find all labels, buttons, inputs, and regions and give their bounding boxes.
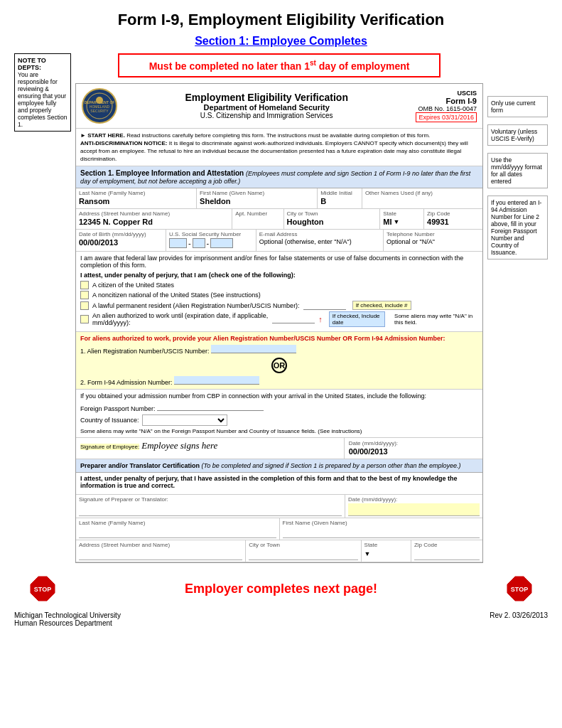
- apt-field: Apt. Number: [232, 209, 283, 229]
- dob-field: Date of Birth (mm/dd/yyyy) 00/00/2013: [76, 230, 166, 251]
- form-container: DEPARTMENT OF HOMELAND SECURITY Employme…: [75, 83, 483, 564]
- section1-title: Section 1. Employee Information and Atte…: [80, 169, 244, 177]
- note-to-depts-box: NOTE TO DEPTS: You are responsible for r…: [14, 53, 71, 132]
- email-field: E-mail Address Optional (otherwise, ente…: [256, 230, 384, 251]
- preparer-state-dropdown-icon[interactable]: ▼: [364, 550, 371, 557]
- footer: Michigan Technological University Human …: [14, 609, 548, 630]
- zip-value: 49931: [427, 218, 480, 226]
- passport-label: Foreign Passport Number:: [80, 405, 156, 412]
- arrow-up-icon: ↑: [318, 315, 323, 323]
- ssn-boxes: - -: [169, 238, 233, 248]
- first-name-label: First Name (Given Name): [200, 190, 314, 196]
- preparer-first-field: First Name (Given Name): [280, 518, 483, 540]
- zip-field: Zip Code 49931: [424, 209, 482, 229]
- preparer-sig-field: Signature of Preparer or Translator:: [76, 495, 345, 518]
- preparer-sig-row: Signature of Preparer or Translator: Dat…: [76, 495, 482, 518]
- form-header-text: Employment Eligibility Verification Depa…: [123, 92, 410, 119]
- preparer-name-row: Last Name (Family Name) First Name (Give…: [76, 518, 482, 540]
- svg-point-5: [96, 97, 103, 104]
- i94-detail-section: If you obtained your admission number fr…: [76, 390, 482, 438]
- city-field: City or Town Houghton: [284, 209, 381, 229]
- i94-intro-text: If you obtained your admission number fr…: [80, 392, 478, 400]
- bottom-bar: STOP Employer completes next page! STOP: [14, 569, 548, 609]
- anti-disc-label: ANTI-DISCRIMINATION NOTICE:: [80, 140, 168, 146]
- signature-row: Signature of Employee: Employee signs he…: [76, 438, 482, 459]
- lpr-checkbox-row: A lawful permanent resident (Alien Regis…: [80, 301, 478, 310]
- apt-label: Apt. Number: [235, 210, 280, 217]
- i94-input[interactable]: [174, 376, 259, 385]
- preparer-zip-input[interactable]: [414, 549, 480, 560]
- alien-reg-input[interactable]: [211, 345, 296, 353]
- preparer-city-input[interactable]: [249, 549, 357, 560]
- start-text: Read instructions carefully before compl…: [126, 132, 430, 139]
- sig-field: Signature of Employee: Employee signs he…: [76, 438, 345, 459]
- preparer-last-input[interactable]: [79, 527, 276, 538]
- first-name-value: Sheldon: [200, 197, 314, 205]
- address-field: Address (Street Number and Name) 12345 N…: [76, 209, 232, 229]
- address-value: 12345 N. Copper Rd: [79, 218, 229, 226]
- if-checked-number: If checked, include #: [352, 301, 411, 310]
- citizen-checkbox[interactable]: [80, 281, 89, 289]
- svg-text:STOP: STOP: [511, 586, 528, 593]
- middle-initial-value: B: [320, 197, 359, 205]
- dob-ssn-row: Date of Birth (mm/dd/yyyy) 00/00/2013 U.…: [76, 230, 482, 252]
- ssn-box-3: [210, 238, 233, 248]
- alien-section-label: For aliens authorized to work, provide y…: [80, 335, 445, 342]
- uscis-seal-icon: DEPARTMENT OF HOMELAND SECURITY: [82, 88, 117, 124]
- last-name-value: Ransom: [79, 197, 193, 205]
- start-here-label: ► START HERE.: [80, 132, 125, 139]
- preparer-state-label: State: [364, 542, 408, 548]
- attest-title: I attest, under penalty of perjury, that…: [80, 272, 478, 279]
- stop-sign-right-icon: STOP: [505, 574, 534, 603]
- preparer-date-label: Date (mm/dd/yyyy):: [348, 496, 480, 503]
- name-row: Last Name (Family Name) Ransom First Nam…: [76, 188, 482, 209]
- section-heading: Section 1: Employee Completes: [14, 35, 548, 48]
- aware-text: I am aware that federal law provides for…: [80, 255, 478, 269]
- dob-label: Date of Birth (mm/dd/yyyy): [79, 231, 163, 237]
- preparer-title: Preparer and/or Translator Certification: [80, 462, 200, 469]
- address-label: Address (Street Number and Name): [79, 210, 229, 217]
- alien-reg-label: 1. Alien Registration Number/USCIS Numbe…: [80, 348, 210, 355]
- ssn-field: U.S. Social Security Number - -: [166, 230, 256, 251]
- if-checked-date: If checked, Include date: [329, 311, 385, 327]
- preparer-last-label: Last Name (Family Name): [79, 520, 276, 526]
- lpr-checkbox[interactable]: [80, 301, 89, 310]
- uscis-info: USCIS Form I-9 OMB No. 1615-0047 Expires…: [416, 90, 477, 122]
- preparer-attest-text: I attest, under penalty of perjury, that…: [80, 475, 478, 489]
- i94-info-box: If you entered an I-94 Admission Number …: [487, 196, 548, 259]
- form-agency: U.S. Citizenship and Immigration Service…: [123, 112, 410, 119]
- country-select[interactable]: [142, 414, 227, 426]
- city-value: Houghton: [287, 218, 377, 226]
- alien-auth-label: An alien authorized to work until (expir…: [92, 312, 269, 326]
- passport-input[interactable]: [157, 402, 264, 411]
- form-header: DEPARTMENT OF HOMELAND SECURITY Employme…: [76, 84, 482, 129]
- city-label: City or Town: [287, 210, 377, 217]
- footer-right: Rev 2. 03/26/2013: [490, 611, 548, 627]
- preparer-address-field: Address (Street Number and Name): [76, 540, 246, 562]
- state-dropdown-icon[interactable]: ▼: [394, 218, 400, 225]
- alien-auth-date-input[interactable]: [272, 315, 315, 323]
- alien-auth-checkbox[interactable]: [80, 315, 89, 323]
- section1-header: Section 1. Employee Information and Atte…: [76, 166, 482, 188]
- preparer-date-input[interactable]: [348, 503, 480, 516]
- expires-box: Expires 03/31/2016: [416, 112, 477, 122]
- phone-field: Telephone Number Optional or "N/A": [384, 230, 482, 251]
- state-value: MI: [383, 218, 391, 226]
- sig-label: Signature of Employee:: [80, 444, 139, 450]
- form-main-title: Employment Eligibility Verification: [123, 92, 410, 103]
- state-label: State: [383, 210, 421, 217]
- preparer-address-input[interactable]: [79, 549, 242, 560]
- last-name-label: Last Name (Family Name): [79, 190, 193, 196]
- email-label: E-mail Address: [259, 231, 380, 237]
- state-field: State MI ▼: [380, 209, 424, 229]
- noncitizen-checkbox[interactable]: [80, 291, 89, 299]
- preparer-zip-field: Zip Code: [411, 540, 482, 562]
- lpr-label: A lawful permanent resident (Alien Regis…: [92, 302, 300, 309]
- or-circle: OR: [271, 358, 287, 373]
- some-aliens-note2: Some aliens may write "N/A" on the Forei…: [80, 428, 478, 434]
- preparer-subtitle: (To be completed and signed if Section 1…: [202, 462, 461, 469]
- lpr-number-input[interactable]: [303, 301, 346, 310]
- preparer-sig-input[interactable]: [79, 503, 342, 516]
- preparer-header: Preparer and/or Translator Certification…: [76, 459, 482, 473]
- preparer-first-input[interactable]: [283, 527, 480, 538]
